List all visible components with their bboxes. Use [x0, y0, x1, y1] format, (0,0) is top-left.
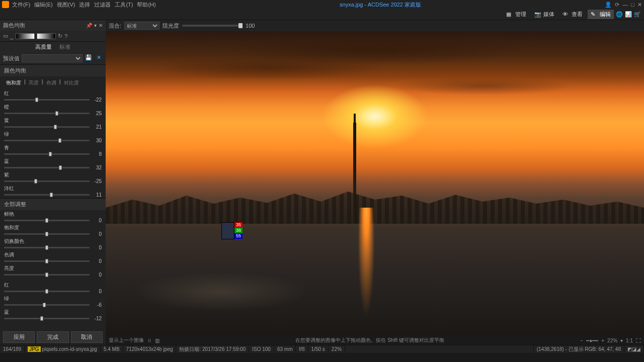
- zoom-dropdown-icon[interactable]: ▾: [620, 338, 623, 343]
- slider-value-color: -25: [92, 178, 102, 184]
- quality-standard[interactable]: 标准: [56, 43, 73, 51]
- reset-icon[interactable]: ↻: [58, 33, 62, 39]
- slider-color[interactable]: [4, 126, 90, 128]
- menu-file[interactable]: 文件(F): [12, 1, 30, 9]
- fit-icon[interactable]: ⛶: [636, 338, 641, 343]
- chevron-down-icon[interactable]: ▾: [94, 23, 97, 28]
- slider-color[interactable]: [4, 140, 90, 141]
- menu-help[interactable]: 帮助(H): [137, 1, 155, 9]
- slider-value-color: 11: [92, 192, 102, 198]
- slider-global[interactable]: [4, 260, 90, 262]
- status-aperture: f/8: [296, 345, 308, 353]
- tab-contrast[interactable]: 对比度: [62, 78, 81, 87]
- slider-value-color: 8: [92, 151, 102, 157]
- preset-delete-icon[interactable]: ✕: [95, 54, 103, 62]
- slider-label-global: 色调: [4, 251, 102, 258]
- zoom-ratio[interactable]: 1:1: [626, 338, 633, 343]
- basket-icon[interactable]: 🛒: [634, 11, 641, 18]
- image-canvas[interactable]: 35 38 55: [106, 31, 644, 336]
- cancel-button[interactable]: 取消: [71, 331, 103, 343]
- slider-color[interactable]: [4, 99, 90, 101]
- gradient-dark-light[interactable]: [16, 33, 35, 39]
- tab-saturation[interactable]: 饱和度: [4, 78, 23, 87]
- user-icon[interactable]: 👤: [605, 2, 612, 8]
- slider-color[interactable]: [4, 153, 90, 155]
- quality-high[interactable]: 高质量: [32, 43, 55, 51]
- menu-tools[interactable]: 工具(T): [115, 1, 133, 9]
- slider-label-color: 洋红: [4, 185, 102, 192]
- slider-label-color: 红: [4, 90, 102, 97]
- hint-histogram-icon[interactable]: ⁞⁞: [148, 338, 151, 343]
- zoom-slider[interactable]: ━●━━: [586, 338, 598, 343]
- zoom-in-icon[interactable]: +: [601, 338, 604, 343]
- tab-brightness[interactable]: 亮度: [27, 78, 41, 87]
- slider-value-global: 0: [92, 231, 102, 237]
- globe-icon[interactable]: 🌐: [616, 11, 623, 18]
- preset-save-icon[interactable]: 💾: [85, 54, 93, 62]
- tab-hue[interactable]: 色调: [44, 78, 58, 87]
- slider-value-global: 0: [92, 245, 102, 250]
- slider-global[interactable]: [4, 247, 90, 248]
- mode-edit[interactable]: ✎编辑: [588, 10, 614, 19]
- menu-filter[interactable]: 过滤器: [94, 1, 111, 9]
- status-tools[interactable]: ◩◪◢: [624, 345, 644, 353]
- done-button[interactable]: 完成: [37, 331, 68, 343]
- slider-global[interactable]: [4, 233, 90, 235]
- minimize-icon[interactable]: —: [622, 2, 628, 8]
- mode-media[interactable]: 📷媒体: [531, 10, 557, 19]
- menu-edit[interactable]: 编辑(E): [34, 1, 53, 9]
- slider-rgb[interactable]: [4, 304, 90, 306]
- brush-icon[interactable]: ⎯: [10, 33, 14, 39]
- help-icon[interactable]: ?: [64, 33, 67, 39]
- mode-manage[interactable]: ▦管理: [503, 10, 529, 19]
- slider-rgb[interactable]: [4, 291, 90, 292]
- slider-value-color: -22: [92, 97, 102, 103]
- slider-global[interactable]: [4, 274, 90, 276]
- histogram-icon[interactable]: 📊: [625, 11, 632, 18]
- slider-value-color: 30: [92, 138, 102, 143]
- slider-color[interactable]: [4, 113, 90, 114]
- status-zoom: 22%: [329, 345, 345, 353]
- pin-icon[interactable]: 📌: [86, 23, 92, 28]
- sync-icon[interactable]: ⟳: [615, 2, 619, 8]
- apply-button[interactable]: 应用: [3, 331, 35, 343]
- prev-image-link[interactable]: 显示上一个图像: [109, 337, 144, 344]
- slider-value-global: 0: [92, 272, 102, 278]
- slider-rgb[interactable]: [4, 318, 90, 319]
- gradient-light-dark[interactable]: [37, 33, 56, 39]
- mode-view[interactable]: 👁查看: [559, 10, 586, 19]
- slider-label-rgb: 绿: [4, 295, 102, 302]
- status-coords: (1438,2618): [537, 346, 564, 352]
- color-picker-readout: 35 38 55: [221, 222, 243, 239]
- preset-select[interactable]: [22, 54, 83, 62]
- slider-label-global: 亮度: [4, 265, 102, 272]
- zoom-percent: 22%: [607, 338, 617, 343]
- slider-label-global: 切换颜色: [4, 238, 102, 245]
- slider-global[interactable]: [4, 220, 90, 221]
- zoom-out-icon[interactable]: −: [580, 338, 583, 343]
- blend-select[interactable]: 标准: [124, 22, 159, 30]
- menu-select[interactable]: 选择: [79, 1, 90, 9]
- slider-label-color: 绿: [4, 131, 102, 138]
- slider-value-color: 32: [92, 165, 102, 170]
- menu-view[interactable]: 视图(V): [57, 1, 75, 9]
- slider-color[interactable]: [4, 167, 90, 168]
- slider-color[interactable]: [4, 180, 90, 182]
- exposure-slider[interactable]: [182, 25, 243, 27]
- slider-label-color: 橙: [4, 104, 102, 111]
- slider-label-color: 紫: [4, 171, 102, 178]
- hint-bars-icon[interactable]: ▥: [155, 338, 159, 343]
- section-color-balance: 颜色均衡: [0, 64, 106, 76]
- picker-icon[interactable]: ▭: [3, 33, 8, 39]
- maximize-icon[interactable]: □: [631, 2, 634, 8]
- status-dimensions: 7120x4013x24b jpeg: [123, 345, 177, 353]
- slider-color[interactable]: [4, 194, 90, 196]
- status-focal: 63 mm: [274, 345, 296, 353]
- panel-close-icon[interactable]: ✕: [99, 23, 103, 28]
- close-icon[interactable]: ✕: [637, 2, 642, 8]
- status-filetype: JPG: [28, 346, 40, 352]
- slider-value-rgb: -12: [92, 316, 102, 321]
- status-count: 164/189: [0, 345, 25, 353]
- blend-label: 混合:: [109, 22, 121, 30]
- status-shutter: 1/50 s: [308, 345, 329, 353]
